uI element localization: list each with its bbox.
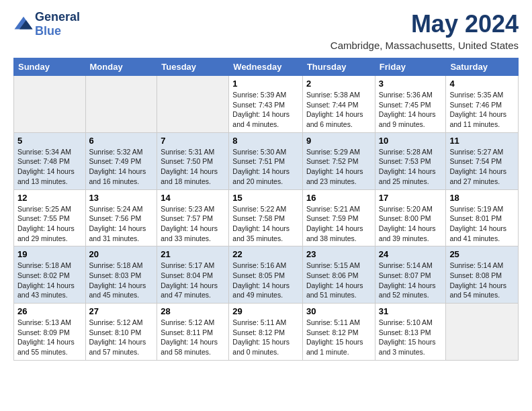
- calendar-cell: 25Sunrise: 5:14 AM Sunset: 8:08 PM Dayli…: [446, 246, 519, 304]
- day-number: 26: [17, 306, 82, 316]
- calendar-cell: 29Sunrise: 5:11 AM Sunset: 8:12 PM Dayli…: [229, 304, 303, 361]
- day-number: 10: [379, 136, 443, 146]
- day-number: 17: [379, 193, 443, 203]
- calendar-cell: 28Sunrise: 5:12 AM Sunset: 8:11 PM Dayli…: [157, 304, 229, 361]
- calendar-cell: 10Sunrise: 5:28 AM Sunset: 7:53 PM Dayli…: [375, 132, 446, 189]
- week-row-2: 5Sunrise: 5:34 AM Sunset: 7:48 PM Daylig…: [14, 132, 519, 189]
- day-info: Sunrise: 5:24 AM Sunset: 7:56 PM Dayligh…: [89, 204, 154, 244]
- day-info: Sunrise: 5:27 AM Sunset: 7:54 PM Dayligh…: [449, 147, 515, 187]
- day-info: Sunrise: 5:39 AM Sunset: 7:43 PM Dayligh…: [232, 90, 299, 130]
- calendar-cell: [157, 76, 229, 133]
- calendar-cell: 8Sunrise: 5:30 AM Sunset: 7:51 PM Daylig…: [229, 132, 303, 189]
- month-title: May 2024: [330, 10, 519, 38]
- day-number: 29: [232, 306, 299, 316]
- calendar-cell: 4Sunrise: 5:35 AM Sunset: 7:46 PM Daylig…: [446, 76, 519, 133]
- calendar-cell: 30Sunrise: 5:11 AM Sunset: 8:12 PM Dayli…: [302, 304, 375, 361]
- calendar-cell: 9Sunrise: 5:29 AM Sunset: 7:52 PM Daylig…: [302, 132, 375, 189]
- day-info: Sunrise: 5:31 AM Sunset: 7:50 PM Dayligh…: [161, 147, 225, 187]
- day-info: Sunrise: 5:29 AM Sunset: 7:52 PM Dayligh…: [306, 147, 371, 187]
- day-number: 5: [17, 136, 82, 146]
- day-number: 16: [306, 193, 371, 203]
- day-info: Sunrise: 5:38 AM Sunset: 7:44 PM Dayligh…: [306, 90, 371, 130]
- day-info: Sunrise: 5:17 AM Sunset: 8:04 PM Dayligh…: [161, 261, 225, 300]
- day-number: 9: [306, 136, 371, 146]
- calendar-cell: 26Sunrise: 5:13 AM Sunset: 8:09 PM Dayli…: [14, 304, 86, 361]
- day-info: Sunrise: 5:12 AM Sunset: 8:11 PM Dayligh…: [161, 318, 225, 357]
- calendar-cell: 3Sunrise: 5:36 AM Sunset: 7:45 PM Daylig…: [375, 76, 446, 133]
- week-row-4: 19Sunrise: 5:18 AM Sunset: 8:02 PM Dayli…: [14, 246, 519, 304]
- day-number: 19: [17, 249, 82, 259]
- calendar-cell: 20Sunrise: 5:18 AM Sunset: 8:03 PM Dayli…: [85, 246, 157, 304]
- day-number: 14: [161, 193, 225, 203]
- day-number: 4: [449, 79, 515, 89]
- calendar-cell: 15Sunrise: 5:22 AM Sunset: 7:58 PM Dayli…: [229, 189, 303, 246]
- day-info: Sunrise: 5:32 AM Sunset: 7:49 PM Dayligh…: [89, 147, 154, 187]
- day-number: 22: [232, 249, 299, 259]
- day-info: Sunrise: 5:28 AM Sunset: 7:53 PM Dayligh…: [379, 147, 443, 187]
- day-number: 24: [379, 249, 443, 259]
- calendar-table: Sunday Monday Tuesday Wednesday Thursday…: [13, 58, 519, 361]
- header-thursday: Thursday: [302, 58, 375, 76]
- header-sunday: Sunday: [14, 58, 86, 76]
- day-info: Sunrise: 5:18 AM Sunset: 8:03 PM Dayligh…: [89, 261, 154, 300]
- calendar-cell: 22Sunrise: 5:16 AM Sunset: 8:05 PM Dayli…: [229, 246, 303, 304]
- calendar-cell: 12Sunrise: 5:25 AM Sunset: 7:55 PM Dayli…: [14, 189, 86, 246]
- day-number: 12: [17, 193, 82, 203]
- day-number: 21: [161, 249, 225, 259]
- calendar-cell: 24Sunrise: 5:14 AM Sunset: 8:07 PM Dayli…: [375, 246, 446, 304]
- day-number: 27: [89, 306, 154, 316]
- calendar-page: General Blue May 2024 Cambridge, Massach…: [0, 0, 532, 371]
- day-info: Sunrise: 5:34 AM Sunset: 7:48 PM Dayligh…: [17, 147, 82, 187]
- calendar-cell: 19Sunrise: 5:18 AM Sunset: 8:02 PM Dayli…: [14, 246, 86, 304]
- header-friday: Friday: [375, 58, 446, 76]
- day-info: Sunrise: 5:35 AM Sunset: 7:46 PM Dayligh…: [449, 90, 515, 130]
- calendar-cell: 14Sunrise: 5:23 AM Sunset: 7:57 PM Dayli…: [157, 189, 229, 246]
- day-info: Sunrise: 5:23 AM Sunset: 7:57 PM Dayligh…: [161, 204, 225, 244]
- day-info: Sunrise: 5:12 AM Sunset: 8:10 PM Dayligh…: [89, 318, 154, 357]
- day-number: 15: [232, 193, 299, 203]
- weekday-header-row: Sunday Monday Tuesday Wednesday Thursday…: [14, 58, 519, 76]
- location: Cambridge, Massachusetts, United States: [330, 40, 519, 51]
- day-info: Sunrise: 5:22 AM Sunset: 7:58 PM Dayligh…: [232, 204, 299, 244]
- header-monday: Monday: [85, 58, 157, 76]
- calendar-cell: 23Sunrise: 5:15 AM Sunset: 8:06 PM Dayli…: [302, 246, 375, 304]
- day-info: Sunrise: 5:11 AM Sunset: 8:12 PM Dayligh…: [306, 318, 371, 357]
- day-number: 11: [449, 136, 515, 146]
- week-row-1: 1Sunrise: 5:39 AM Sunset: 7:43 PM Daylig…: [14, 76, 519, 133]
- calendar-cell: 2Sunrise: 5:38 AM Sunset: 7:44 PM Daylig…: [302, 76, 375, 133]
- day-info: Sunrise: 5:15 AM Sunset: 8:06 PM Dayligh…: [306, 261, 371, 300]
- day-info: Sunrise: 5:10 AM Sunset: 8:13 PM Dayligh…: [379, 318, 443, 357]
- calendar-cell: 27Sunrise: 5:12 AM Sunset: 8:10 PM Dayli…: [85, 304, 157, 361]
- header-tuesday: Tuesday: [157, 58, 229, 76]
- calendar-cell: 11Sunrise: 5:27 AM Sunset: 7:54 PM Dayli…: [446, 132, 519, 189]
- day-info: Sunrise: 5:18 AM Sunset: 8:02 PM Dayligh…: [17, 261, 82, 300]
- calendar-cell: 6Sunrise: 5:32 AM Sunset: 7:49 PM Daylig…: [85, 132, 157, 189]
- day-number: 3: [379, 79, 443, 89]
- day-info: Sunrise: 5:25 AM Sunset: 7:55 PM Dayligh…: [17, 204, 82, 244]
- title-area: May 2024 Cambridge, Massachusetts, Unite…: [330, 10, 519, 51]
- calendar-cell: 5Sunrise: 5:34 AM Sunset: 7:48 PM Daylig…: [14, 132, 86, 189]
- day-info: Sunrise: 5:13 AM Sunset: 8:09 PM Dayligh…: [17, 318, 82, 357]
- day-number: 7: [161, 136, 225, 146]
- day-number: 28: [161, 306, 225, 316]
- week-row-3: 12Sunrise: 5:25 AM Sunset: 7:55 PM Dayli…: [14, 189, 519, 246]
- calendar-cell: 18Sunrise: 5:19 AM Sunset: 8:01 PM Dayli…: [446, 189, 519, 246]
- calendar-cell: 1Sunrise: 5:39 AM Sunset: 7:43 PM Daylig…: [229, 76, 303, 133]
- day-number: 23: [306, 249, 371, 259]
- day-number: 20: [89, 249, 154, 259]
- day-number: 2: [306, 79, 371, 89]
- logo: General Blue: [13, 10, 80, 38]
- calendar-cell: [85, 76, 157, 133]
- calendar-cell: [446, 304, 519, 361]
- day-info: Sunrise: 5:21 AM Sunset: 7:59 PM Dayligh…: [306, 204, 371, 244]
- calendar-cell: [14, 76, 86, 133]
- day-number: 30: [306, 306, 371, 316]
- day-number: 25: [449, 249, 515, 259]
- day-number: 6: [89, 136, 154, 146]
- day-number: 31: [379, 306, 443, 316]
- day-info: Sunrise: 5:14 AM Sunset: 8:08 PM Dayligh…: [449, 261, 515, 300]
- calendar-cell: 17Sunrise: 5:20 AM Sunset: 8:00 PM Dayli…: [375, 189, 446, 246]
- calendar-cell: 31Sunrise: 5:10 AM Sunset: 8:13 PM Dayli…: [375, 304, 446, 361]
- day-number: 1: [232, 79, 299, 89]
- day-info: Sunrise: 5:36 AM Sunset: 7:45 PM Dayligh…: [379, 90, 443, 130]
